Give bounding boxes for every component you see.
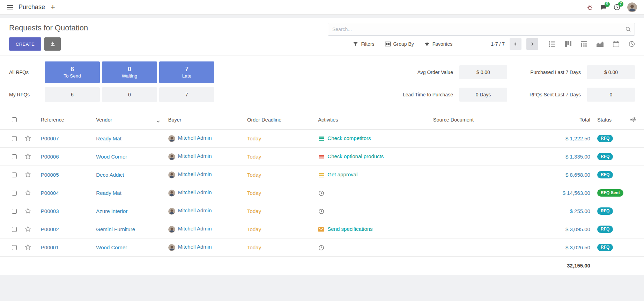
activity-clock-icon[interactable] xyxy=(318,208,324,214)
reference-header[interactable]: Reference xyxy=(37,110,93,130)
tile-late[interactable]: 7 Late xyxy=(159,61,214,83)
view-calendar-button[interactable] xyxy=(613,41,619,47)
buyer-link[interactable]: Mitchell Admin xyxy=(178,226,212,232)
search-box xyxy=(328,23,635,36)
reference-link[interactable]: P00006 xyxy=(41,154,59,160)
to-send-count: 6 xyxy=(71,65,74,73)
row-checkbox[interactable] xyxy=(12,245,17,250)
vendor-link[interactable]: Wood Corner xyxy=(96,244,127,250)
reference-link[interactable]: P00007 xyxy=(41,135,59,141)
row-checkbox[interactable] xyxy=(12,136,17,141)
table-row[interactable]: P00006 Wood Corner Mitchell Admin Today … xyxy=(0,148,644,166)
buyer-link[interactable]: Mitchell Admin xyxy=(178,244,212,250)
activity-label[interactable]: Send specifications xyxy=(327,226,372,232)
table-row[interactable]: P00002 Gemini Furniture Mitchell Admin T… xyxy=(0,220,644,238)
view-pivot-button[interactable] xyxy=(581,41,587,47)
order-deadline-value: Today xyxy=(247,154,261,160)
row-checkbox[interactable] xyxy=(12,172,17,177)
reference-link[interactable]: P00004 xyxy=(41,190,59,196)
view-kanban-button[interactable] xyxy=(565,41,571,47)
vendor-link[interactable]: Gemini Furniture xyxy=(96,226,135,232)
user-avatar[interactable] xyxy=(627,2,637,12)
activities-icon[interactable]: 7 xyxy=(614,4,620,10)
activity-label[interactable]: Check competitors xyxy=(327,135,371,141)
view-graph-button[interactable] xyxy=(597,41,604,47)
buyer-link[interactable]: Mitchell Admin xyxy=(178,189,212,195)
activity-icon[interactable] xyxy=(318,136,324,142)
create-button[interactable]: CREATE xyxy=(9,37,41,51)
messages-icon[interactable]: 5 xyxy=(600,4,607,10)
favorite-star-icon[interactable] xyxy=(25,244,31,250)
favorite-star-icon[interactable] xyxy=(25,135,31,141)
status-badge: RFQ xyxy=(597,244,613,251)
tile-my-to-send[interactable]: 6 xyxy=(45,87,100,102)
reference-link[interactable]: P00002 xyxy=(41,226,59,232)
vendor-link[interactable]: Deco Addict xyxy=(96,172,124,178)
activity-label[interactable]: Get approval xyxy=(327,171,357,177)
buyer-link[interactable]: Mitchell Admin xyxy=(178,171,212,177)
vendor-link[interactable]: Ready Mat xyxy=(96,190,121,196)
select-all-checkbox[interactable] xyxy=(12,117,17,122)
pager-next-button[interactable] xyxy=(526,38,538,50)
search-icon[interactable] xyxy=(625,26,631,34)
activities-header[interactable]: Activities xyxy=(314,110,429,130)
source-document-header[interactable]: Source Document xyxy=(430,110,519,130)
row-checkbox[interactable] xyxy=(12,227,17,232)
tile-my-late[interactable]: 7 xyxy=(159,87,214,102)
order-deadline-header[interactable]: Order Deadline xyxy=(244,110,314,130)
late-count: 7 xyxy=(185,65,188,73)
app-name[interactable]: Purchase xyxy=(18,3,45,11)
buyer-header[interactable]: Buyer xyxy=(165,110,244,130)
buyer-link[interactable]: Mitchell Admin xyxy=(178,153,212,159)
activity-icon[interactable] xyxy=(318,154,324,160)
status-header[interactable]: Status xyxy=(594,110,627,130)
vendor-header[interactable]: Vendor xyxy=(92,110,164,130)
total-header[interactable]: Total xyxy=(519,110,594,130)
row-checkbox[interactable] xyxy=(12,191,17,196)
group-by-button[interactable]: Group By xyxy=(385,41,414,47)
row-checkbox[interactable] xyxy=(12,154,17,159)
vendor-link[interactable]: Ready Mat xyxy=(96,135,121,141)
table-row[interactable]: P00005 Deco Addict Mitchell Admin Today … xyxy=(0,166,644,184)
buyer-avatar xyxy=(168,153,175,160)
buyer-link[interactable]: Mitchell Admin xyxy=(178,207,212,213)
search-input[interactable] xyxy=(328,23,635,36)
table-row[interactable]: P00007 Ready Mat Mitchell Admin Today Ch… xyxy=(0,130,644,148)
tile-to-send[interactable]: 6 To Send xyxy=(45,61,100,83)
reference-link[interactable]: P00003 xyxy=(41,208,59,214)
favorite-star-icon[interactable] xyxy=(25,208,31,214)
pager-previous-button[interactable] xyxy=(510,38,521,50)
view-list-button[interactable] xyxy=(549,41,556,47)
tile-waiting[interactable]: 0 Waiting xyxy=(102,61,157,83)
vendor-link[interactable]: Azure Interior xyxy=(96,208,127,214)
order-deadline-value: Today xyxy=(247,172,261,178)
activity-envelope-icon[interactable] xyxy=(318,227,324,233)
tile-my-waiting[interactable]: 0 xyxy=(102,87,157,102)
vendor-link[interactable]: Wood Corner xyxy=(96,154,127,160)
filters-button[interactable]: Filters xyxy=(353,41,374,47)
activity-icon[interactable] xyxy=(318,172,324,178)
reference-link[interactable]: P00005 xyxy=(41,172,59,178)
table-row[interactable]: P00004 Ready Mat Mitchell Admin Today $ … xyxy=(0,184,644,202)
row-checkbox[interactable] xyxy=(12,209,17,214)
bug-icon[interactable] xyxy=(587,4,593,10)
activity-label[interactable]: Check optional products xyxy=(327,153,384,159)
table-row[interactable]: P00001 Wood Corner Mitchell Admin Today … xyxy=(0,238,644,257)
export-button[interactable] xyxy=(44,37,61,51)
sort-caret-icon xyxy=(156,118,160,124)
optional-columns-icon[interactable] xyxy=(630,117,636,122)
add-tab-icon[interactable]: + xyxy=(51,3,55,11)
status-badge: RFQ xyxy=(597,171,613,178)
favorite-star-icon[interactable] xyxy=(25,153,31,159)
activity-clock-icon[interactable] xyxy=(318,245,324,251)
reference-link[interactable]: P00001 xyxy=(41,244,59,250)
favorite-star-icon[interactable] xyxy=(25,171,31,177)
favorite-star-icon[interactable] xyxy=(25,190,31,196)
table-row[interactable]: P00003 Azure Interior Mitchell Admin Tod… xyxy=(0,202,644,220)
activity-clock-icon[interactable] xyxy=(318,190,324,196)
favorites-button[interactable]: Favorites xyxy=(424,41,453,47)
view-activity-button[interactable] xyxy=(629,41,635,47)
buyer-link[interactable]: Mitchell Admin xyxy=(178,135,212,141)
apps-menu-icon[interactable] xyxy=(7,5,13,9)
favorite-star-icon[interactable] xyxy=(25,226,31,232)
